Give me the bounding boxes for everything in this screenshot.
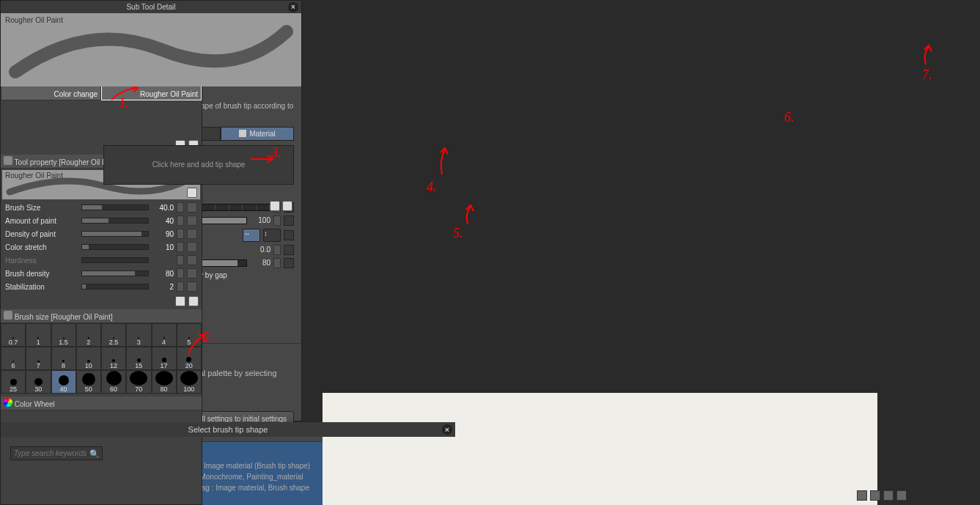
brush-size-8[interactable]: 8 — [51, 347, 76, 370]
prop-value: 40 — [152, 217, 174, 225]
brush-size-60[interactable]: 60 — [101, 370, 126, 394]
size-label: 30 — [34, 386, 42, 393]
magnifier-icon[interactable] — [187, 188, 197, 198]
view-list-icon[interactable] — [896, 490, 907, 501]
view-check-icon[interactable] — [857, 490, 867, 501]
search-icon: 🔍 — [89, 449, 100, 459]
size-label: 6 — [12, 362, 15, 369]
size-label: 70 — [135, 386, 142, 393]
dynamics-icon[interactable] — [187, 268, 197, 279]
brush-size-10[interactable]: 10 — [76, 347, 101, 370]
brush-size-50[interactable]: 50 — [76, 370, 101, 394]
reset-icon[interactable] — [175, 296, 185, 306]
size-label: 4 — [162, 339, 166, 346]
size-dot — [106, 371, 122, 386]
brush-size-40[interactable]: 40 — [51, 370, 76, 394]
dynamics-icon[interactable] — [187, 255, 197, 265]
brush-size-1[interactable]: 1 — [26, 323, 51, 347]
prop-value: 10 — [152, 243, 174, 251]
prop-value: 2 — [152, 283, 174, 291]
prop-row-hardness: Hardness — [1, 254, 202, 267]
stepper-icon[interactable] — [273, 245, 281, 255]
stepper-icon[interactable] — [177, 255, 184, 265]
annotation-4: 4. — [427, 180, 437, 195]
brush-size-70[interactable]: 70 — [126, 370, 151, 394]
dynamics-icon[interactable] — [284, 215, 294, 226]
prop-slider[interactable] — [81, 257, 149, 263]
wrench-icon[interactable] — [188, 296, 199, 306]
prop-label: Density of paint — [5, 230, 78, 238]
delete-tip-icon[interactable] — [282, 201, 292, 211]
size-label: 0.7 — [9, 339, 18, 346]
view-grid-small-icon[interactable] — [870, 490, 880, 501]
stepper-icon[interactable] — [177, 242, 184, 252]
prop-slider[interactable] — [81, 270, 149, 276]
view-grid-icon[interactable] — [883, 490, 894, 501]
dynamics-icon[interactable] — [187, 229, 197, 239]
stepper-icon[interactable] — [177, 268, 184, 279]
size-label: 2.5 — [109, 339, 119, 346]
size-label: 20 — [185, 362, 193, 369]
dynamics-icon[interactable] — [187, 281, 197, 292]
dynamics-icon[interactable] — [284, 230, 294, 240]
prop-label: Color stretch — [5, 243, 78, 251]
prop-label: Amount of paint — [5, 217, 78, 225]
direction-vertical[interactable]: ↕ — [263, 229, 281, 242]
prop-value: 80 — [152, 270, 174, 278]
stepper-icon[interactable] — [177, 281, 184, 292]
dynamics-icon[interactable] — [187, 215, 197, 226]
brush-size-2[interactable]: 2 — [76, 323, 101, 347]
add-tip-icon[interactable] — [270, 201, 280, 211]
stepper-icon[interactable] — [273, 215, 281, 226]
canvas-background — [323, 393, 877, 505]
brush-size-6[interactable]: 6 — [1, 347, 26, 370]
brush-size-3[interactable]: 3 — [126, 323, 151, 347]
size-label: 50 — [85, 386, 92, 393]
tip-shape-material[interactable]: Material — [221, 127, 294, 141]
brush-size-15[interactable]: 15 — [126, 347, 151, 370]
close-icon[interactable]: × — [442, 424, 452, 435]
material-icon — [239, 130, 246, 137]
brush-size-30[interactable]: 30 — [26, 370, 51, 394]
brush-size-80[interactable]: 80 — [152, 370, 177, 394]
color-wheel-icon — [4, 398, 12, 407]
size-dot — [186, 357, 191, 362]
brush-size-2.5[interactable]: 2.5 — [101, 323, 126, 347]
direction-horizontal[interactable]: ↔ — [243, 229, 260, 242]
prop-slider[interactable] — [81, 244, 149, 250]
stepper-icon[interactable] — [273, 258, 281, 268]
dynamics-icon[interactable] — [284, 245, 294, 255]
brush-size-17[interactable]: 17 — [152, 347, 177, 370]
thickness-slider[interactable] — [202, 217, 247, 224]
size-dot — [180, 371, 198, 386]
dialog-title-bar[interactable]: Sub Tool Detail × — [1, 1, 301, 13]
close-icon[interactable]: × — [288, 2, 298, 12]
detail-brush-preview: Rougher Oil Paint — [1, 13, 301, 86]
prop-value: 90 — [152, 230, 174, 238]
stepper-icon[interactable] — [177, 229, 184, 239]
brush-size-panel-title: Brush size [Rougher Oil Paint] — [1, 309, 202, 323]
size-label: 15 — [135, 362, 142, 369]
dynamics-icon[interactable] — [284, 258, 294, 268]
annotation-5: 5. — [453, 226, 463, 241]
size-dot — [59, 375, 69, 386]
prop-row-density-of-paint: Density of paint 90 — [1, 227, 202, 240]
tip-shape-slot[interactable]: Click here and add tip shape — [103, 145, 294, 185]
prop-slider[interactable] — [81, 231, 149, 237]
brush-size-20[interactable]: 20 — [177, 347, 202, 370]
stepper-icon[interactable] — [177, 215, 184, 226]
brush-size-5[interactable]: 5 — [177, 323, 202, 347]
brush-size-7[interactable]: 7 — [26, 347, 51, 370]
dialog-title-bar[interactable]: Select brush tip shape × — [1, 422, 455, 437]
brush-size-1.5[interactable]: 1.5 — [51, 323, 76, 347]
brush-size-4[interactable]: 4 — [152, 323, 177, 347]
prop-slider[interactable] — [81, 218, 149, 224]
brush-size-12[interactable]: 12 — [101, 347, 126, 370]
prop-slider[interactable] — [81, 284, 149, 290]
brush-density-slider[interactable] — [202, 259, 247, 267]
brush-size-0.7[interactable]: 0.7 — [1, 323, 26, 347]
view-mode-icons — [857, 490, 907, 501]
dynamics-icon[interactable] — [187, 242, 197, 252]
brush-size-100[interactable]: 100 — [177, 370, 202, 394]
brush-size-25[interactable]: 25 — [1, 370, 26, 394]
